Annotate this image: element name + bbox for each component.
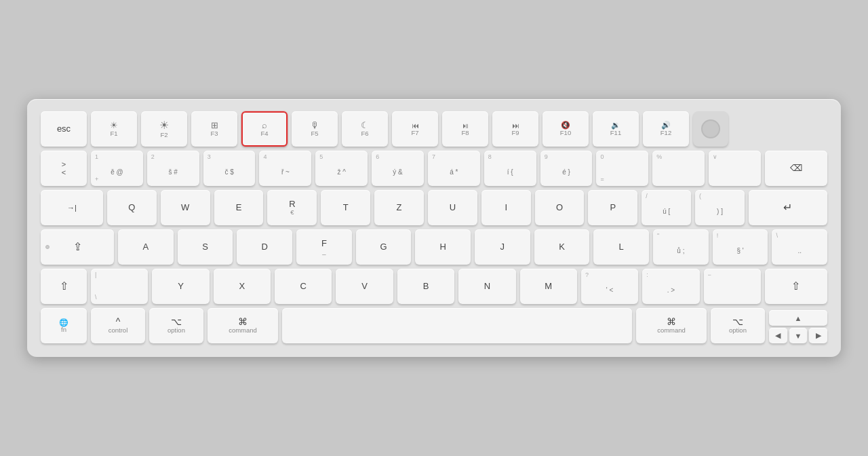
key-f4[interactable]: ⌕ F4 [241, 111, 288, 147]
key-m[interactable]: M [520, 269, 577, 304]
key-c[interactable]: C [275, 269, 332, 304]
key-8[interactable]: 8 í { [484, 151, 536, 186]
key-f[interactable]: F _ [296, 229, 352, 265]
key-minus[interactable]: − [704, 269, 761, 304]
key-e[interactable]: E [214, 190, 264, 225]
key-caps-lock[interactable]: ⇪ [41, 229, 114, 265]
key-backslash[interactable]: \ .. [772, 229, 827, 265]
key-k[interactable]: K [534, 229, 590, 265]
key-tilde[interactable]: > < [41, 151, 87, 186]
key-f9[interactable]: ⏭ F9 [492, 111, 538, 147]
arrow-keys: ▲ ◀ ▼ ▶ [769, 310, 827, 343]
key-1[interactable]: 1 ě @ + [91, 151, 143, 186]
key-q[interactable]: Q [107, 190, 157, 225]
key-backtick[interactable]: ∨ [709, 151, 761, 186]
key-slash[interactable]: / ú [ [642, 190, 691, 225]
key-4[interactable]: 4 ř ~ [259, 151, 311, 186]
key-y[interactable]: Y [152, 269, 209, 304]
key-f1[interactable]: ☀ F1 [91, 111, 137, 147]
key-touch-id[interactable] [693, 111, 728, 147]
key-0[interactable]: 0 = [596, 151, 648, 186]
key-x[interactable]: X [214, 269, 271, 304]
key-9[interactable]: 9 é } [540, 151, 593, 186]
key-s[interactable]: S [178, 229, 233, 265]
key-arrow-down[interactable]: ▼ [789, 328, 808, 343]
key-u[interactable]: U [428, 190, 477, 225]
key-arrow-left[interactable]: ◀ [769, 328, 787, 343]
key-o[interactable]: O [535, 190, 585, 225]
key-i[interactable]: I [481, 190, 531, 225]
key-l[interactable]: L [593, 229, 649, 265]
frow: esc ☀ F1 ☀ F2 ⊞ F3 ⌕ F4 🎙 F5 ☾ F6 [41, 111, 827, 147]
qrow: →| Q W E R € T Z U I O P / ú [ ( ) ] ↵ [41, 190, 827, 225]
arrow-top-row: ▲ [769, 310, 827, 326]
key-f3[interactable]: ⊞ F3 [191, 111, 237, 147]
key-3[interactable]: 3 č $ [203, 151, 256, 186]
key-w[interactable]: W [161, 190, 210, 225]
key-semicolon[interactable]: " ů ; [653, 229, 709, 265]
key-f6[interactable]: ☾ F6 [342, 111, 388, 147]
key-t[interactable]: T [321, 190, 370, 225]
key-p[interactable]: P [588, 190, 637, 225]
key-paren[interactable]: ( ) ] [695, 190, 745, 225]
key-left-option[interactable]: ⌥ option [149, 308, 203, 343]
key-z[interactable]: Z [374, 190, 424, 225]
key-right-option[interactable]: ⌥ option [711, 308, 765, 343]
key-n[interactable]: N [458, 269, 515, 304]
key-excl[interactable]: ! § ' [713, 229, 768, 265]
key-percent[interactable]: % [652, 151, 705, 186]
key-pipe[interactable]: | \ [91, 269, 148, 304]
key-spacebar[interactable] [282, 308, 632, 343]
numrow: > < 1 ě @ + 2 š # 3 č $ 4 ř ~ 5 ž ^ 6 ý … [41, 151, 827, 186]
caps-lock-indicator [45, 245, 50, 249]
key-return[interactable]: ↵ [749, 190, 827, 225]
key-backspace[interactable]: ⌫ [765, 151, 827, 186]
key-f7[interactable]: ⏮ F7 [392, 111, 438, 147]
key-r[interactable]: R € [267, 190, 317, 225]
keyboard: esc ☀ F1 ☀ F2 ⊞ F3 ⌕ F4 🎙 F5 ☾ F6 [27, 99, 841, 357]
zrow: ⇧ | \ Y X C V B N M ? ' < : . > − ⇧ [41, 269, 827, 304]
key-colon[interactable]: : . > [642, 269, 699, 304]
key-fn[interactable]: 🌐 fn [41, 308, 87, 343]
arow: ⇪ A S D F _ G H J K L " ů ; ! § ' \ .. [41, 229, 827, 265]
key-a[interactable]: A [118, 229, 174, 265]
key-d[interactable]: D [237, 229, 292, 265]
key-f5[interactable]: 🎙 F5 [292, 111, 338, 147]
key-control[interactable]: ^ control [91, 308, 145, 343]
key-arrow-up[interactable]: ▲ [769, 310, 827, 326]
key-j[interactable]: J [475, 229, 530, 265]
key-g[interactable]: G [356, 229, 412, 265]
key-5[interactable]: 5 ž ^ [315, 151, 368, 186]
key-left-shift[interactable]: ⇧ [41, 269, 87, 304]
arrow-bottom-row: ◀ ▼ ▶ [769, 328, 827, 343]
key-6[interactable]: 6 ý & [372, 151, 424, 186]
key-h[interactable]: H [415, 229, 471, 265]
key-v[interactable]: V [336, 269, 393, 304]
key-f8[interactable]: ⏯ F8 [442, 111, 488, 147]
key-7[interactable]: 7 á * [428, 151, 480, 186]
key-tab[interactable]: →| [41, 190, 103, 225]
key-left-command[interactable]: ⌘ command [208, 308, 278, 343]
key-arrow-right[interactable]: ▶ [809, 328, 827, 343]
key-f12[interactable]: 🔊 F12 [643, 111, 689, 147]
touch-id-sensor [701, 119, 720, 138]
bottomrow: 🌐 fn ^ control ⌥ option ⌘ command ⌘ comm… [41, 308, 827, 343]
key-right-shift[interactable]: ⇧ [765, 269, 827, 304]
key-right-command[interactable]: ⌘ command [636, 308, 707, 343]
key-esc[interactable]: esc [41, 111, 87, 147]
key-question[interactable]: ? ' < [581, 269, 638, 304]
key-f2[interactable]: ☀ F2 [141, 111, 187, 147]
key-f11[interactable]: 🔉 F11 [593, 111, 639, 147]
key-f10[interactable]: 🔇 F10 [542, 111, 589, 147]
key-2[interactable]: 2 š # [147, 151, 199, 186]
key-b[interactable]: B [397, 269, 454, 304]
